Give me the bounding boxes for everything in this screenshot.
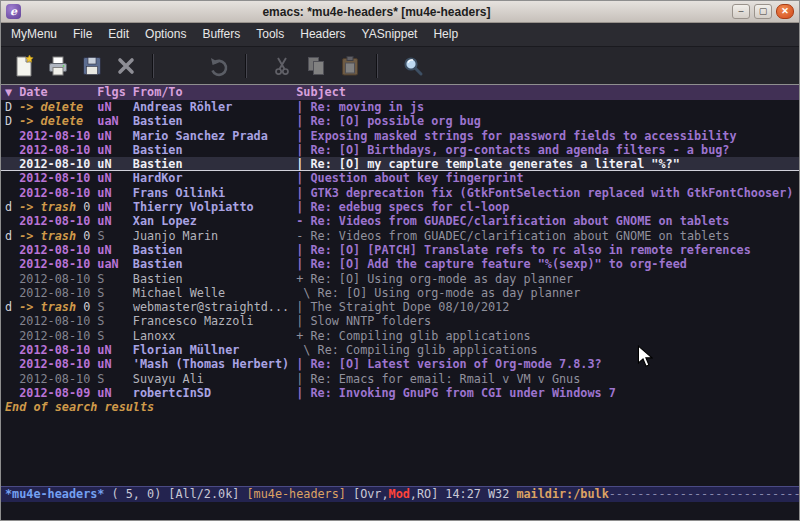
message-row[interactable]: 2012-08-10 uaN Bastien | Re: [O] Add the… [1,257,799,271]
message-row[interactable]: 2012-08-10 uN Mario Sanchez Prada | Expo… [1,129,799,143]
undo-button[interactable] [202,51,236,81]
new-file-icon [12,54,36,78]
mode-line: *mu4e-headers* ( 5, 0) [All/2.0k] [mu4e-… [1,486,799,502]
message-row[interactable]: 2012-08-10 uN Bastien | Re: [O] my captu… [1,157,799,171]
headers-column-header[interactable]: ▼ Date Flgs From/To Subject [1,85,799,100]
end-of-results-marker: End of search results [1,400,799,414]
copy-icon [304,54,328,78]
message-row[interactable]: 2012-08-10 uN Frans Oilinki | GTK3 depre… [1,186,799,200]
buffer-empty-area [1,415,799,486]
message-row[interactable]: 2012-08-10 S Lanoxx + Re: Compiling glib… [1,329,799,343]
message-row[interactable]: 2012-08-10 S Suvayu Ali | Re: Emacs for … [1,372,799,386]
close-buffer-button[interactable] [109,51,143,81]
search-button[interactable] [396,51,430,81]
message-row[interactable]: 2012-08-10 S Bastien + Re: [O] Using org… [1,272,799,286]
emacs-app-icon: e [6,4,21,19]
minimize-button[interactable]: – [732,4,750,19]
search-icon [401,54,425,78]
print-button[interactable] [41,51,75,81]
message-row[interactable]: 2012-08-10 uN Florian Müllner \ Re: Comp… [1,343,799,357]
toolbar-separator [376,54,377,78]
message-row[interactable]: 2012-08-10 S Francesco Mazzoli | Slow NN… [1,314,799,328]
message-row[interactable]: d -> trash 0 S Juanjo Marin - Re: Videos… [1,229,799,243]
copy-button[interactable] [299,51,333,81]
paste-button[interactable] [333,51,367,81]
emacs-window: e emacs: *mu4e-headers* [mu4e-headers] –… [0,0,800,521]
message-row[interactable]: d -> trash 0 S webmaster@straightd... | … [1,300,799,314]
message-row[interactable]: 2012-08-10 S Michael Welle \ Re: [O] Usi… [1,286,799,300]
message-row[interactable]: 2012-08-09 uN robertcInSD | Re: Invoking… [1,386,799,400]
message-row[interactable]: 2012-08-10 uN Bastien | Re: [O] [PATCH] … [1,243,799,257]
menu-item-yasnippet[interactable]: YASnippet [354,23,426,46]
undo-icon [207,54,231,78]
maximize-button[interactable]: ▢ [754,4,772,19]
window-title: emacs: *mu4e-headers* [mu4e-headers] [21,5,732,19]
menu-item-help[interactable]: Help [425,23,466,46]
menu-item-buffers[interactable]: Buffers [194,23,248,46]
menu-bar: MyMenuFileEditOptionsBuffersToolsHeaders… [1,23,799,47]
title-bar: e emacs: *mu4e-headers* [mu4e-headers] –… [1,1,799,23]
close-buffer-icon [114,54,138,78]
save-button[interactable] [75,51,109,81]
mu4e-headers-buffer: D -> delete uN Andreas Röhler | Re: movi… [1,100,799,486]
message-row[interactable]: D -> delete uN Andreas Röhler | Re: movi… [1,100,799,114]
menu-item-tools[interactable]: Tools [248,23,292,46]
window-controls: – ▢ ✕ [732,4,794,19]
close-button[interactable]: ✕ [776,4,794,19]
message-row[interactable]: 2012-08-10 uN HardKor | Question about k… [1,171,799,185]
tool-bar [1,47,799,85]
toolbar-separator [245,54,246,78]
menu-item-edit[interactable]: Edit [100,23,137,46]
new-file-button[interactable] [7,51,41,81]
save-icon [80,54,104,78]
minibuffer[interactable] [1,502,799,520]
message-row[interactable]: 2012-08-10 uN Xan Lopez - Re: Videos fro… [1,214,799,228]
message-row[interactable]: D -> delete uaN Bastien | Re: [O] possib… [1,114,799,128]
menu-item-options[interactable]: Options [137,23,194,46]
message-row[interactable]: 2012-08-10 uN 'Mash (Thomas Herbert) | R… [1,357,799,371]
menu-item-file[interactable]: File [65,23,100,46]
paste-icon [338,54,362,78]
cut-icon [270,54,294,78]
menu-item-mymenu[interactable]: MyMenu [3,23,65,46]
print-icon [46,54,70,78]
message-row[interactable]: 2012-08-10 uN Bastien | Re: [O] Birthday… [1,143,799,157]
menu-item-headers[interactable]: Headers [292,23,353,46]
message-row[interactable]: d -> trash 0 uN Thierry Volpiatto | Re: … [1,200,799,214]
toolbar-separator [152,54,153,78]
cut-button[interactable] [265,51,299,81]
